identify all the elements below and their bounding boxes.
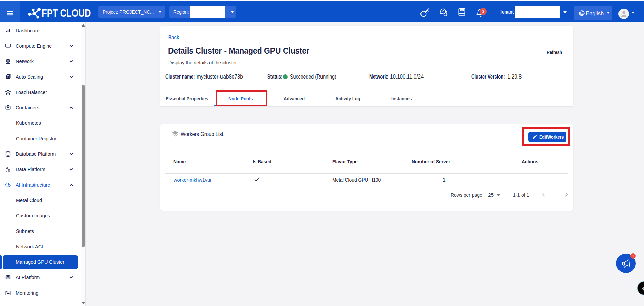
svg-text:?: ? xyxy=(442,9,444,13)
svg-text:AI: AI xyxy=(7,277,9,278)
